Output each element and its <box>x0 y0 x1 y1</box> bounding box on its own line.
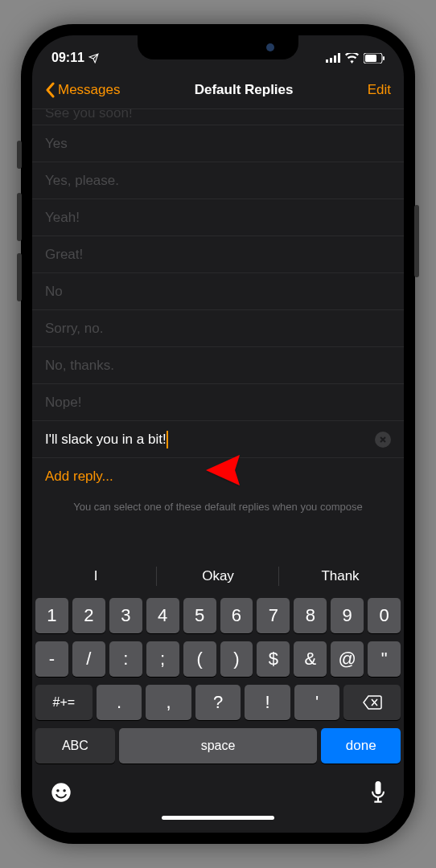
reply-input: I'll slack you in a bit! <box>45 431 168 448</box>
back-button[interactable]: Messages <box>45 82 120 98</box>
key-exclaim[interactable]: ! <box>245 685 290 720</box>
close-icon <box>379 436 387 444</box>
location-arrow-icon <box>88 53 99 63</box>
list-item[interactable]: Yeah! <box>32 199 404 236</box>
key-row-3: #+= . , ? ! ' <box>35 685 401 720</box>
suggestion-item[interactable]: Okay <box>157 560 279 592</box>
emoji-icon <box>50 781 72 804</box>
add-reply-button[interactable]: Add reply... <box>32 458 404 495</box>
svg-rect-2 <box>334 55 336 63</box>
svg-point-9 <box>63 789 66 792</box>
mute-switch <box>17 141 22 169</box>
dictation-button[interactable] <box>370 781 386 809</box>
emoji-button[interactable] <box>50 781 72 809</box>
list-item[interactable]: No <box>32 273 404 310</box>
svg-rect-5 <box>365 55 376 62</box>
svg-rect-3 <box>338 53 340 63</box>
volume-up <box>17 193 22 241</box>
key-symbols-shift[interactable]: #+= <box>35 685 93 720</box>
key-row-4: ABC space done <box>35 728 401 764</box>
page-title: Default Replies <box>195 82 294 98</box>
key-comma[interactable]: , <box>146 685 191 720</box>
nav-bar: Messages Default Replies Edit <box>32 71 404 109</box>
list-item[interactable]: Sorry, no. <box>32 310 404 347</box>
keyboard: I Okay Thank 1 2 3 4 5 6 7 8 9 0 <box>32 558 404 833</box>
screen: 09:11 Messages <box>32 35 404 833</box>
key-0[interactable]: 0 <box>368 598 401 633</box>
cellular-signal-icon <box>326 53 340 63</box>
replies-list: See you soon! Yes Yes, please. Yeah! Gre… <box>32 109 404 516</box>
backspace-icon <box>363 695 382 710</box>
suggestion-item[interactable]: Thank <box>279 560 401 592</box>
svg-rect-0 <box>326 59 328 63</box>
list-item[interactable]: Great! <box>32 236 404 273</box>
key-delete[interactable] <box>343 685 401 720</box>
back-label: Messages <box>58 82 120 98</box>
clock-label: 09:11 <box>51 51 84 65</box>
key-colon[interactable]: : <box>109 641 142 677</box>
key-row-2: - / : ; ( ) $ & @ " <box>35 641 401 677</box>
key-quote[interactable]: " <box>368 641 401 677</box>
key-4[interactable]: 4 <box>146 598 179 633</box>
key-row-1: 1 2 3 4 5 6 7 8 9 0 <box>35 598 401 633</box>
key-question[interactable]: ? <box>195 685 241 720</box>
key-semicolon[interactable]: ; <box>146 641 179 677</box>
chevron-left-icon <box>45 82 55 98</box>
front-camera-icon <box>266 43 274 51</box>
list-item[interactable]: Nope! <box>32 384 404 421</box>
key-dash[interactable]: - <box>35 641 68 677</box>
key-apostrophe[interactable]: ' <box>294 685 340 720</box>
volume-down <box>17 253 22 301</box>
mic-icon <box>370 781 386 804</box>
edit-button[interactable]: Edit <box>368 82 391 98</box>
power-button <box>414 205 419 277</box>
suggestion-bar: I Okay Thank <box>32 558 404 595</box>
svg-point-7 <box>51 783 70 801</box>
key-6[interactable]: 6 <box>220 598 253 633</box>
key-period[interactable]: . <box>97 685 142 720</box>
key-8[interactable]: 8 <box>294 598 327 633</box>
key-5[interactable]: 5 <box>183 598 216 633</box>
phone-frame: 09:11 Messages <box>21 24 415 844</box>
battery-icon <box>364 53 385 63</box>
key-rparen[interactable]: ) <box>220 641 253 677</box>
notch <box>138 35 298 59</box>
svg-rect-6 <box>383 56 385 60</box>
svg-point-8 <box>56 789 60 792</box>
key-abc[interactable]: ABC <box>35 728 115 764</box>
reply-input-row[interactable]: I'll slack you in a bit! <box>32 421 404 458</box>
svg-rect-10 <box>376 781 381 794</box>
footer-help-text: You can select one of these default repl… <box>32 495 404 516</box>
svg-rect-1 <box>330 58 332 63</box>
clear-text-button[interactable] <box>375 432 391 448</box>
key-1[interactable]: 1 <box>35 598 68 633</box>
key-9[interactable]: 9 <box>331 598 364 633</box>
wifi-icon <box>345 53 359 63</box>
key-2[interactable]: 2 <box>72 598 105 633</box>
suggestion-item[interactable]: I <box>35 560 157 592</box>
key-lparen[interactable]: ( <box>183 641 216 677</box>
home-indicator[interactable] <box>162 816 274 820</box>
key-slash[interactable]: / <box>72 641 105 677</box>
text-cursor <box>167 431 168 448</box>
list-item[interactable]: Yes <box>32 125 404 162</box>
key-at[interactable]: @ <box>331 641 364 677</box>
list-item[interactable]: No, thanks. <box>32 347 404 384</box>
key-dollar[interactable]: $ <box>257 641 290 677</box>
list-item[interactable]: Yes, please. <box>32 162 404 199</box>
key-space[interactable]: space <box>119 728 318 764</box>
key-done[interactable]: done <box>321 728 401 764</box>
key-amp[interactable]: & <box>294 641 327 677</box>
key-3[interactable]: 3 <box>109 598 142 633</box>
list-item[interactable]: See you soon! <box>32 109 404 125</box>
key-7[interactable]: 7 <box>257 598 290 633</box>
